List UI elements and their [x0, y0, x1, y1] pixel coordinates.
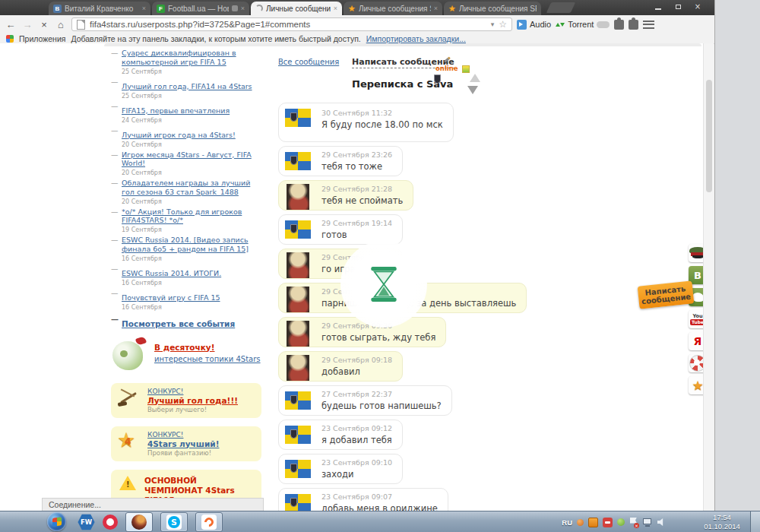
news-item: ESWC Russia 2014. ИТОГИ. 16 Сентября: [111, 264, 261, 287]
tab-messages-3[interactable]: ★ Личные сообщения SPE: [444, 2, 541, 15]
tab-close-icon[interactable]: ×: [142, 5, 146, 12]
message-text: добавь меня в ориджине: [321, 503, 438, 511]
taskbar: FW S RU 17:54 01.10.2014: [0, 511, 760, 532]
troll-avatar[interactable]: [287, 355, 309, 381]
top10-topics-link[interactable]: интересные топики 4Stars: [154, 355, 261, 363]
flag-avatar[interactable]: [285, 109, 311, 127]
stop-button[interactable]: ×: [38, 20, 50, 30]
flag-avatar[interactable]: [285, 391, 311, 410]
all-events-link[interactable]: Посмотреть все события: [122, 319, 235, 328]
minimize-button[interactable]: [649, 1, 667, 12]
start-button[interactable]: [47, 512, 66, 531]
tab-messages-2[interactable]: ★ Личные сообщения SPE ×: [344, 2, 442, 15]
fourstars-best-link[interactable]: 4Stars лучший!: [147, 439, 255, 448]
warning-icon: !: [119, 476, 136, 490]
message-timestamp: 29 Сентября 21:28: [321, 185, 403, 193]
language-indicator[interactable]: RU: [562, 518, 572, 527]
forward-button[interactable]: →: [21, 20, 33, 30]
flag-avatar[interactable]: [285, 152, 311, 170]
tab-close-icon[interactable]: ×: [434, 5, 438, 12]
skype-task[interactable]: S: [160, 512, 188, 532]
scrollbar-thumb[interactable]: [706, 80, 712, 192]
torrent-extension[interactable]: Torrent: [556, 20, 610, 30]
news-item: Лучший гол года, FIFA14 на 4Stars 25 Сен…: [111, 78, 261, 100]
news-link[interactable]: ESWC Russia 2014. ИТОГИ.: [122, 269, 221, 278]
extension-puzzle-icon[interactable]: [629, 20, 638, 30]
audio-extension[interactable]: Audio: [517, 20, 551, 30]
close-button[interactable]: ×: [689, 1, 707, 12]
news-link[interactable]: ESWC Russia 2014. [Видео запись финала 6…: [122, 236, 261, 253]
browser-menu-icon[interactable]: [643, 21, 654, 29]
write-message-tab[interactable]: Написать сообщение: [638, 280, 695, 309]
fw-app-icon[interactable]: FW: [78, 514, 95, 530]
news-item: Почувствуй игру с FIFA 15 16 Сентября: [111, 289, 261, 312]
taskbar-clock[interactable]: 17:54 01.10.2014: [695, 513, 749, 531]
chat-message: 29 Сентября 09:18 добавил: [278, 351, 403, 382]
contest-kicker-link[interactable]: КОНКУРС!: [147, 388, 255, 395]
crossbow-icon: [117, 388, 140, 409]
bookmark-star-icon[interactable]: ☆: [499, 19, 507, 30]
best-goal-link[interactable]: Лучший гол года!!!: [147, 396, 255, 405]
news-link[interactable]: Лучший гол года, FIFA14 на 4Stars: [122, 82, 252, 91]
news-link[interactable]: Игрок месяца 4Stars - Август, FIFA World…: [122, 150, 261, 168]
address-bar[interactable]: fifa4stars.ru/userposts.php?id=3725&Page…: [71, 17, 512, 31]
news-link[interactable]: Суарес дисквалифицирован в компьютерной …: [122, 49, 261, 66]
news-link[interactable]: Лучший игрок года на 4Stars!: [122, 131, 236, 140]
message-text: тебя то тоже: [321, 161, 392, 172]
network-icon[interactable]: [643, 518, 653, 527]
nav-up-arrow-icon[interactable]: [470, 74, 480, 82]
club-shield-icon: [434, 74, 441, 84]
url-dropdown-icon[interactable]: ▾: [491, 21, 495, 28]
home-button[interactable]: ⌂: [55, 20, 67, 30]
partner-avatar[interactable]: [434, 74, 463, 95]
tray-red-app-icon[interactable]: [603, 518, 613, 527]
tab-messages-active[interactable]: Личные сообщения SPE ×: [251, 2, 342, 15]
extension-puzzle-icon[interactable]: [614, 20, 624, 30]
news-link[interactable]: FIFA15, первые впечатления: [122, 106, 230, 116]
troll-avatar[interactable]: [287, 252, 309, 278]
volume-icon[interactable]: [657, 518, 666, 527]
window-controls: ×: [649, 1, 707, 12]
tray-orange-dot-icon[interactable]: [577, 519, 584, 526]
flag-avatar[interactable]: [285, 494, 311, 511]
contest-kicker-link[interactable]: КОНКУРС!: [147, 431, 255, 439]
all-messages-link[interactable]: Все сообщения: [278, 58, 339, 66]
new-tab-button[interactable]: [546, 2, 576, 13]
tray-green-dot-icon[interactable]: [617, 518, 625, 526]
flag-avatar[interactable]: [285, 220, 311, 239]
message-text: я добавил тебя: [321, 435, 392, 445]
tray-torrent-icon[interactable]: [588, 518, 598, 527]
page-scrollbar[interactable]: [703, 43, 714, 511]
club-shield-icon: [290, 112, 297, 122]
show-desktop-button[interactable]: [750, 511, 760, 532]
restore-button[interactable]: [669, 1, 687, 12]
online-status: online: [435, 65, 458, 72]
nav-down-arrow-icon[interactable]: [467, 86, 478, 94]
action-center-flag-icon[interactable]: [629, 518, 638, 527]
apps-grid-icon[interactable]: [6, 35, 14, 43]
tab-vk[interactable]: В Виталий Кравченко ×: [49, 2, 150, 15]
tab-close-icon[interactable]: ×: [334, 5, 337, 12]
flag-avatar[interactable]: [285, 426, 311, 444]
apps-label[interactable]: Приложения: [19, 34, 65, 43]
own-avatar[interactable]: [489, 72, 514, 96]
flag-avatar[interactable]: [285, 460, 311, 478]
import-bookmarks-link[interactable]: Импортировать закладки...: [366, 34, 466, 43]
news-link[interactable]: Почувствуй игру с FIFA 15: [122, 293, 220, 302]
top10-link[interactable]: В десяточку!: [154, 343, 215, 352]
troll-avatar[interactable]: [287, 321, 309, 347]
message-timestamp: 27 Сентября 22:37: [321, 390, 442, 398]
url-text[interactable]: fifa4stars.ru/userposts.php?id=3725&Page…: [90, 20, 486, 29]
back-button[interactable]: ←: [5, 20, 17, 30]
tab-close-icon[interactable]: ×: [241, 5, 245, 12]
news-link[interactable]: *o/* Акция! Только для игроков FIFA4STAR…: [122, 207, 261, 225]
flag-avatar-image: [285, 391, 311, 410]
tab-football[interactable]: F Football.ua — Новости ×: [152, 2, 249, 15]
active-browser-task[interactable]: [125, 512, 153, 532]
troll-avatar[interactable]: [287, 287, 309, 312]
origin-task[interactable]: [195, 512, 223, 532]
news-link[interactable]: Обладателем награды за лучший гол сезона…: [122, 179, 261, 196]
troll-avatar[interactable]: [287, 184, 309, 210]
status-bar: Соединение...: [42, 498, 264, 511]
opera-icon[interactable]: [103, 515, 118, 530]
